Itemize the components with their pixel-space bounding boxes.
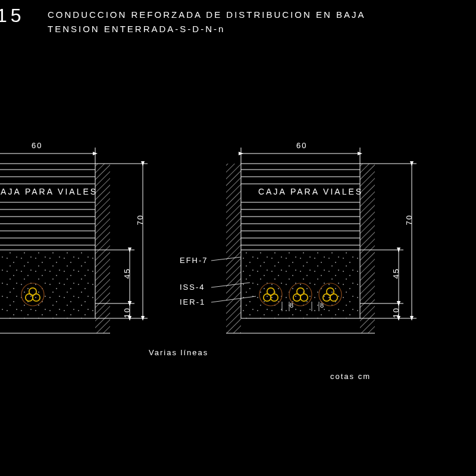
cad-drawing-viewport: 15 CONDUCCION REFORZADA DE DISTRIBUCION … xyxy=(0,0,476,476)
trench-section-right xyxy=(226,164,375,333)
dim-lines-top xyxy=(0,148,360,164)
trench-section-left xyxy=(0,164,110,333)
drawing-svg xyxy=(0,0,476,476)
